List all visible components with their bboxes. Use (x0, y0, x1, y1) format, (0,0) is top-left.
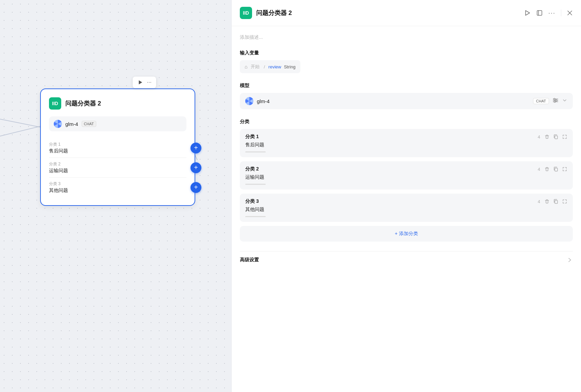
svg-marker-1 (526, 11, 530, 15)
cat2-expand-button[interactable] (562, 166, 567, 172)
svg-rect-2 (537, 11, 542, 15)
cat1-label: 分类 1 (49, 142, 186, 147)
cat2-label: 分类 2 (49, 161, 186, 167)
cat1-plus-button[interactable]: + (190, 143, 201, 153)
panel-category-2: 分类 2 4 (240, 161, 573, 190)
node-header: IID 问题分类器 2 (49, 97, 186, 110)
chevron-down-icon (562, 98, 567, 104)
node-category-2: 分类 2 运输问题 + (49, 158, 186, 178)
cat1-delete-button[interactable] (544, 134, 550, 140)
panel-cat3-label: 分类 3 (245, 198, 538, 205)
panel-description[interactable]: 添加描述... (240, 34, 573, 40)
cat2-plus-button[interactable]: + (190, 162, 201, 173)
panel-play-button[interactable] (524, 10, 531, 16)
panel-category-1: 分类 1 4 (240, 129, 573, 157)
svg-rect-15 (555, 168, 558, 171)
classification-section: 分类 分类 1 4 (240, 119, 573, 242)
cat3-label: 分类 3 (49, 181, 186, 187)
node-card: IID 问题分类器 2 glm-4 CHAT 分类 1 售后问题 + 分类 2 … (40, 88, 195, 206)
panel-cat2-label: 分类 2 (245, 166, 538, 172)
model-section: 模型 glm-4 CHAT (240, 83, 573, 109)
node-play-button[interactable] (136, 79, 144, 86)
svg-point-10 (555, 100, 557, 101)
var-name: review (268, 64, 281, 69)
panel-cat2-value: 运输问题 (245, 174, 567, 180)
node-model-row: glm-4 CHAT (49, 116, 186, 131)
model-section-title: 模型 (240, 83, 573, 89)
panel-divider (561, 10, 561, 16)
model-selector[interactable]: glm-4 CHAT (240, 93, 573, 109)
cat3-expand-button[interactable] (562, 199, 567, 204)
node-chat-badge: CHAT (82, 121, 96, 127)
cat1-copy-button[interactable] (553, 134, 559, 140)
cat1-value: 售后问题 (49, 148, 186, 154)
panel-book-button[interactable] (536, 10, 543, 16)
svg-point-9 (554, 98, 555, 100)
cat3-copy-button[interactable] (553, 199, 559, 204)
var-source: 开始 (251, 64, 260, 70)
svg-rect-17 (555, 200, 558, 203)
cat3-value: 其他问题 (49, 187, 186, 194)
panel-header: IID 问题分类器 2 ··· (232, 0, 581, 26)
classification-title: 分类 (240, 119, 573, 125)
panel-more-button[interactable]: ··· (548, 10, 555, 17)
tune-icon[interactable] (552, 97, 559, 105)
cat2-delete-button[interactable] (544, 166, 550, 172)
advanced-settings-row[interactable]: 高级设置 (240, 251, 573, 268)
cat1-expand-button[interactable] (562, 134, 567, 140)
node-more-button[interactable]: ··· (146, 79, 153, 86)
node-category-1: 分类 1 售后问题 + (49, 138, 186, 158)
node-title: 问题分类器 2 (65, 99, 101, 108)
model-glm-icon (245, 97, 253, 105)
svg-rect-13 (555, 136, 558, 139)
node-icon: IID (49, 97, 61, 110)
cat3-plus-button[interactable]: + (190, 182, 201, 193)
cat2-copy-button[interactable] (553, 166, 559, 172)
panel-cat2-count: 4 (538, 167, 540, 172)
node-category-3: 分类 3 其他问题 + (49, 178, 186, 197)
panel-actions: ··· (524, 10, 573, 17)
right-panel: IID 问题分类器 2 ··· (231, 0, 581, 392)
cat2-value: 运输问题 (49, 168, 186, 174)
panel-cat1-value: 售后问题 (245, 142, 567, 148)
chevron-right-icon (567, 257, 573, 263)
var-type: String (284, 64, 296, 69)
panel-title: 问题分类器 2 (256, 9, 520, 17)
advanced-settings-title: 高级设置 (240, 257, 567, 263)
cat1-bar (245, 151, 266, 152)
home-icon: ⌂ (245, 64, 247, 69)
input-variables-title: 输入变量 (240, 50, 573, 56)
cat3-bar (245, 216, 266, 217)
svg-marker-0 (139, 80, 142, 84)
model-selector-badge: CHAT (533, 98, 549, 104)
canvas-area: ··· IID 问题分类器 2 glm-4 CHAT 分类 1 售后问题 + (0, 0, 231, 392)
glm-icon (54, 120, 62, 128)
var-separator: / (264, 64, 265, 69)
cat3-delete-button[interactable] (544, 199, 550, 204)
panel-body: 添加描述... 输入变量 ⌂ 开始 / review String 模型 glm… (232, 26, 581, 392)
panel-cat1-label: 分类 1 (245, 134, 538, 140)
input-variables-section: 输入变量 ⌂ 开始 / review String (240, 50, 573, 73)
cat2-bar (245, 184, 266, 185)
node-model-name: glm-4 (65, 121, 78, 127)
panel-category-3: 分类 3 4 (240, 194, 573, 222)
panel-cat3-value: 其他问题 (245, 207, 567, 213)
node-toolbar: ··· (133, 77, 156, 88)
add-category-button[interactable]: + 添加分类 (240, 226, 573, 242)
panel-cat3-count: 4 (538, 199, 540, 204)
panel-icon: IID (240, 7, 252, 19)
svg-point-11 (554, 101, 555, 102)
variable-tag: ⌂ 开始 / review String (240, 60, 300, 73)
model-selector-name: glm-4 (257, 98, 530, 104)
panel-close-button[interactable] (567, 10, 573, 16)
panel-cat1-count: 4 (538, 134, 540, 140)
